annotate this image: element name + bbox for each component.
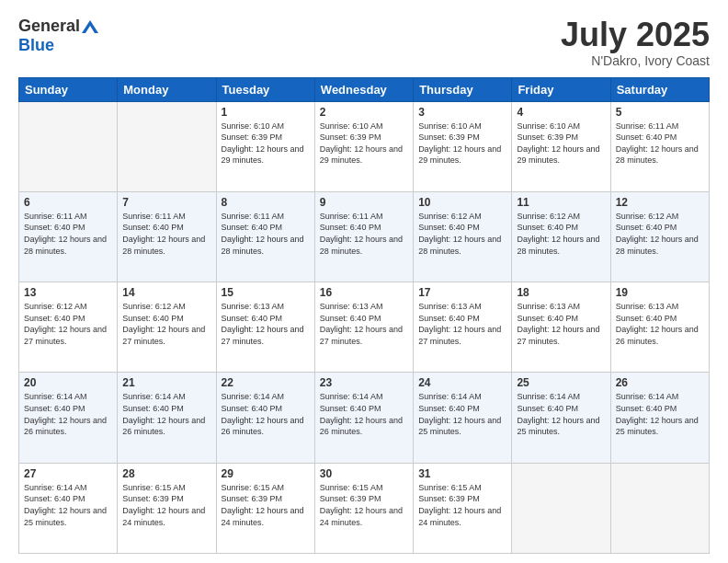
day-info: Sunrise: 6:13 AMSunset: 6:40 PMDaylight:… — [320, 301, 408, 347]
daylight-text: Daylight: 12 hours and 24 minutes. — [222, 506, 304, 527]
day-info: Sunrise: 6:13 AMSunset: 6:40 PMDaylight:… — [222, 301, 310, 347]
daylight-text: Daylight: 12 hours and 29 minutes. — [517, 144, 599, 166]
day-info: Sunrise: 6:14 AMSunset: 6:40 PMDaylight:… — [222, 391, 310, 437]
day-number: 15 — [222, 286, 310, 299]
day-info: Sunrise: 6:14 AMSunset: 6:40 PMDaylight:… — [122, 391, 210, 437]
sunrise-text: Sunrise: 6:15 AM — [122, 483, 186, 492]
daylight-text: Daylight: 12 hours and 28 minutes. — [616, 235, 699, 256]
sunrise-text: Sunrise: 6:11 AM — [122, 212, 186, 221]
calendar-day-cell: 25Sunrise: 6:14 AMSunset: 6:40 PMDayligh… — [512, 373, 610, 463]
day-number: 17 — [418, 286, 506, 299]
day-number: 22 — [222, 376, 310, 389]
day-info: Sunrise: 6:12 AMSunset: 6:40 PMDaylight:… — [517, 211, 605, 257]
calendar-week-row: 6Sunrise: 6:11 AMSunset: 6:40 PMDaylight… — [19, 191, 710, 282]
sunrise-text: Sunrise: 6:14 AM — [122, 392, 186, 401]
daylight-text: Daylight: 12 hours and 28 minutes. — [24, 235, 107, 256]
sunrise-text: Sunrise: 6:15 AM — [320, 483, 383, 492]
calendar-day-cell: 29Sunrise: 6:15 AMSunset: 6:39 PMDayligh… — [216, 463, 314, 553]
calendar-day-cell: 8Sunrise: 6:11 AMSunset: 6:40 PMDaylight… — [216, 191, 314, 282]
sunset-text: Sunset: 6:40 PM — [122, 223, 184, 232]
sunrise-text: Sunrise: 6:14 AM — [320, 392, 383, 401]
daylight-text: Daylight: 12 hours and 28 minutes. — [122, 235, 205, 256]
day-info: Sunrise: 6:12 AMSunset: 6:40 PMDaylight:… — [616, 211, 704, 257]
daylight-text: Daylight: 12 hours and 29 minutes. — [320, 144, 403, 166]
calendar-day-cell: 30Sunrise: 6:15 AMSunset: 6:39 PMDayligh… — [314, 463, 413, 553]
daylight-text: Daylight: 12 hours and 29 minutes. — [222, 144, 304, 166]
day-info: Sunrise: 6:10 AMSunset: 6:39 PMDaylight:… — [222, 121, 310, 167]
calendar-week-row: 20Sunrise: 6:14 AMSunset: 6:40 PMDayligh… — [19, 373, 710, 463]
day-number: 23 — [320, 376, 408, 389]
calendar-week-row: 1Sunrise: 6:10 AMSunset: 6:39 PMDaylight… — [19, 101, 710, 191]
calendar-day-cell: 5Sunrise: 6:11 AMSunset: 6:40 PMDaylight… — [610, 101, 709, 191]
day-info: Sunrise: 6:14 AMSunset: 6:40 PMDaylight:… — [320, 391, 408, 437]
calendar-day-cell: 21Sunrise: 6:14 AMSunset: 6:40 PMDayligh… — [118, 373, 216, 463]
day-number: 18 — [517, 286, 605, 299]
calendar-day-cell: 17Sunrise: 6:13 AMSunset: 6:40 PMDayligh… — [414, 282, 512, 373]
calendar-day-cell: 6Sunrise: 6:11 AMSunset: 6:40 PMDaylight… — [19, 191, 118, 282]
day-info: Sunrise: 6:13 AMSunset: 6:40 PMDaylight:… — [616, 301, 704, 347]
calendar-day-cell: 10Sunrise: 6:12 AMSunset: 6:40 PMDayligh… — [414, 191, 512, 282]
calendar-day-cell: 11Sunrise: 6:12 AMSunset: 6:40 PMDayligh… — [512, 191, 610, 282]
logo-blue-text: Blue — [18, 36, 54, 55]
daylight-text: Daylight: 12 hours and 25 minutes. — [616, 416, 699, 437]
day-number: 26 — [616, 376, 704, 389]
daylight-text: Daylight: 12 hours and 28 minutes. — [616, 144, 699, 166]
sunrise-text: Sunrise: 6:10 AM — [320, 121, 383, 131]
daylight-text: Daylight: 12 hours and 24 minutes. — [418, 506, 501, 527]
sunset-text: Sunset: 6:40 PM — [122, 314, 184, 323]
sunset-text: Sunset: 6:40 PM — [320, 404, 381, 413]
sunrise-text: Sunrise: 6:10 AM — [418, 121, 482, 131]
sunset-text: Sunset: 6:39 PM — [517, 132, 578, 142]
sunrise-text: Sunrise: 6:12 AM — [122, 302, 186, 311]
day-info: Sunrise: 6:14 AMSunset: 6:40 PMDaylight:… — [24, 482, 112, 528]
sunrise-text: Sunrise: 6:15 AM — [222, 483, 285, 492]
sunset-text: Sunset: 6:40 PM — [418, 314, 480, 323]
day-info: Sunrise: 6:11 AMSunset: 6:40 PMDaylight:… — [616, 121, 704, 167]
sunset-text: Sunset: 6:39 PM — [320, 494, 381, 503]
sunrise-text: Sunrise: 6:15 AM — [418, 483, 482, 492]
calendar-day-cell: 13Sunrise: 6:12 AMSunset: 6:40 PMDayligh… — [19, 282, 118, 373]
day-number: 6 — [24, 196, 112, 209]
daylight-text: Daylight: 12 hours and 26 minutes. — [24, 416, 107, 437]
day-info: Sunrise: 6:14 AMSunset: 6:40 PMDaylight:… — [517, 391, 605, 437]
sunset-text: Sunset: 6:40 PM — [24, 314, 85, 323]
sunset-text: Sunset: 6:40 PM — [24, 494, 85, 503]
header: General Blue July 2025 N'Dakro, Ivory Co… — [18, 17, 710, 68]
sunrise-text: Sunrise: 6:11 AM — [222, 212, 285, 221]
sunset-text: Sunset: 6:40 PM — [616, 404, 677, 413]
sunset-text: Sunset: 6:40 PM — [222, 404, 283, 413]
daylight-text: Daylight: 12 hours and 27 minutes. — [222, 325, 304, 346]
day-number: 2 — [320, 106, 408, 119]
day-number: 4 — [517, 106, 605, 119]
calendar-header-row: SundayMondayTuesdayWednesdayThursdayFrid… — [19, 77, 710, 101]
location-subtitle: N'Dakro, Ivory Coast — [561, 53, 710, 68]
day-info: Sunrise: 6:15 AMSunset: 6:39 PMDaylight:… — [418, 482, 506, 528]
calendar-day-cell — [19, 101, 118, 191]
day-number: 11 — [517, 196, 605, 209]
calendar-week-row: 13Sunrise: 6:12 AMSunset: 6:40 PMDayligh… — [19, 282, 710, 373]
day-number: 24 — [418, 376, 506, 389]
sunset-text: Sunset: 6:40 PM — [24, 404, 85, 413]
sunrise-text: Sunrise: 6:11 AM — [24, 212, 87, 221]
sunrise-text: Sunrise: 6:10 AM — [222, 121, 285, 131]
day-number: 14 — [122, 286, 210, 299]
day-info: Sunrise: 6:14 AMSunset: 6:40 PMDaylight:… — [418, 391, 506, 437]
daylight-text: Daylight: 12 hours and 27 minutes. — [320, 325, 403, 346]
day-number: 25 — [517, 376, 605, 389]
calendar-header-wednesday: Wednesday — [314, 77, 413, 101]
day-number: 27 — [24, 467, 112, 480]
day-number: 5 — [616, 106, 704, 119]
calendar-day-cell — [512, 463, 610, 553]
calendar-day-cell: 18Sunrise: 6:13 AMSunset: 6:40 PMDayligh… — [512, 282, 610, 373]
day-info: Sunrise: 6:10 AMSunset: 6:39 PMDaylight:… — [517, 121, 605, 167]
sunrise-text: Sunrise: 6:12 AM — [517, 212, 580, 221]
logo-general-text: General — [18, 17, 80, 36]
calendar-day-cell: 16Sunrise: 6:13 AMSunset: 6:40 PMDayligh… — [314, 282, 413, 373]
sunrise-text: Sunrise: 6:14 AM — [24, 392, 87, 401]
calendar-header-friday: Friday — [512, 77, 610, 101]
calendar-day-cell: 14Sunrise: 6:12 AMSunset: 6:40 PMDayligh… — [118, 282, 216, 373]
calendar-day-cell: 23Sunrise: 6:14 AMSunset: 6:40 PMDayligh… — [314, 373, 413, 463]
sunset-text: Sunset: 6:40 PM — [616, 314, 677, 323]
calendar-day-cell: 28Sunrise: 6:15 AMSunset: 6:39 PMDayligh… — [118, 463, 216, 553]
sunrise-text: Sunrise: 6:13 AM — [320, 302, 383, 311]
